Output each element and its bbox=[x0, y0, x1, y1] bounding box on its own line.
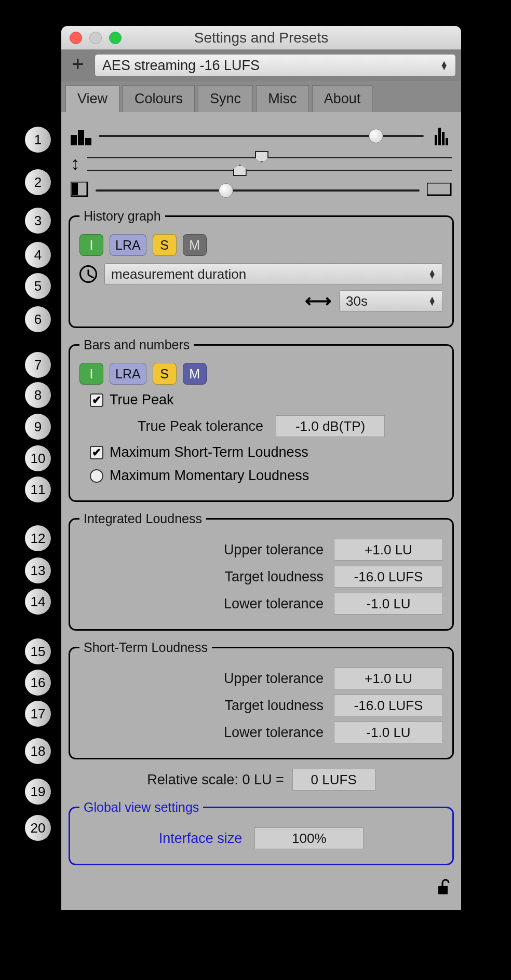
tab-colours[interactable]: Colours bbox=[123, 85, 195, 112]
true-peak-tol-label: True Peak tolerance bbox=[138, 418, 263, 434]
titlebar: Settings and Presets bbox=[61, 26, 461, 50]
tab-about[interactable]: About bbox=[312, 85, 373, 112]
interface-size-value[interactable]: 100% bbox=[254, 827, 364, 849]
annotation-badge-10: 10 bbox=[25, 445, 51, 471]
wide-bars-icon bbox=[71, 127, 91, 145]
annotation-badge-14: 14 bbox=[25, 589, 51, 615]
short-upper-label: Upper tolerance bbox=[224, 671, 324, 687]
range-select[interactable]: 30s ▲▼ bbox=[339, 290, 443, 312]
short-lower-label: Lower tolerance bbox=[224, 725, 324, 741]
annotation-badge-13: 13 bbox=[25, 557, 51, 583]
lock-row bbox=[69, 875, 454, 900]
chip-m[interactable]: M bbox=[183, 363, 207, 385]
settings-window: Settings and Presets + AES streaming -16… bbox=[61, 26, 461, 910]
integrated-upper-label: Upper tolerance bbox=[224, 542, 324, 558]
annotation-badge-3: 3 bbox=[25, 208, 51, 234]
range-select-row: ⟷ 30s ▲▼ bbox=[79, 290, 443, 312]
relative-scale-label: Relative scale: 0 LU = bbox=[147, 772, 284, 788]
integrated-loudness-group: Integrated Loudness Upper tolerance +1.0… bbox=[69, 511, 454, 631]
chip-s[interactable]: S bbox=[153, 234, 177, 256]
short-lower-row: Lower tolerance -1.0 LU bbox=[79, 722, 443, 743]
max-momentary-radio[interactable] bbox=[90, 469, 103, 483]
true-peak-tol-value[interactable]: -1.0 dB(TP) bbox=[276, 415, 385, 437]
thin-bars-icon bbox=[431, 127, 452, 145]
short-lower-value[interactable]: -1.0 LU bbox=[334, 722, 443, 743]
add-preset-button[interactable]: + bbox=[66, 54, 89, 77]
duration-select[interactable]: measurement duration ▲▼ bbox=[104, 263, 443, 285]
unlock-icon[interactable] bbox=[435, 878, 451, 900]
annotation-badge-7: 7 bbox=[25, 352, 51, 378]
history-chip-row: I LRA S M bbox=[79, 234, 443, 256]
svg-rect-9 bbox=[427, 183, 451, 195]
interface-size-row: Interface size 100% bbox=[79, 827, 443, 849]
history-graph-legend: History graph bbox=[79, 209, 165, 224]
horizontal-arrows-icon: ⟷ bbox=[305, 290, 332, 312]
short-upper-value[interactable]: +1.0 LU bbox=[334, 668, 443, 689]
annotation-badge-8: 8 bbox=[25, 382, 51, 408]
short-upper-row: Upper tolerance +1.0 LU bbox=[79, 668, 443, 689]
max-momentary-radio-row: Maximum Momentary Loudness bbox=[90, 468, 433, 484]
chip-lra[interactable]: LRA bbox=[110, 234, 146, 256]
bar-width-slider[interactable] bbox=[99, 135, 424, 137]
range-select-label: 30s bbox=[346, 293, 368, 309]
chip-s[interactable]: S bbox=[153, 363, 177, 385]
bars-numbers-legend: Bars and numbers bbox=[79, 337, 194, 352]
annotation-badge-20: 20 bbox=[25, 815, 51, 841]
range-double-slider[interactable] bbox=[87, 153, 452, 174]
true-peak-checkbox-row: ✔ True Peak bbox=[90, 392, 433, 408]
aspect-slider[interactable] bbox=[96, 189, 420, 192]
window-title: Settings and Presets bbox=[61, 30, 461, 46]
chip-i[interactable]: I bbox=[79, 363, 103, 385]
annotation-badge-9: 9 bbox=[25, 414, 51, 440]
svg-rect-5 bbox=[442, 132, 445, 145]
duration-select-label: measurement duration bbox=[111, 266, 246, 282]
chevron-up-down-icon: ▲▼ bbox=[440, 61, 448, 70]
true-peak-tolerance-row: True Peak tolerance -1.0 dB(TP) bbox=[79, 415, 443, 437]
chip-lra[interactable]: LRA bbox=[110, 363, 146, 385]
max-short-label: Maximum Short-Term Loudness bbox=[110, 444, 308, 460]
chip-m[interactable]: M bbox=[183, 234, 207, 256]
annotation-badge-6: 6 bbox=[25, 306, 51, 332]
narrow-rect-icon bbox=[71, 182, 88, 199]
svg-rect-1 bbox=[78, 130, 84, 145]
annotation-badge-18: 18 bbox=[25, 738, 51, 764]
tab-sync[interactable]: Sync bbox=[198, 85, 253, 112]
clock-icon bbox=[79, 265, 97, 283]
wide-rect-icon bbox=[427, 183, 452, 198]
integrated-upper-value[interactable]: +1.0 LU bbox=[334, 539, 443, 561]
tab-misc[interactable]: Misc bbox=[256, 85, 309, 112]
integrated-legend: Integrated Loudness bbox=[79, 511, 206, 526]
preset-selected-label: AES streaming -16 LUFS bbox=[102, 58, 260, 74]
interface-size-label: Interface size bbox=[159, 831, 243, 847]
relative-scale-value[interactable]: 0 LUFS bbox=[292, 769, 375, 791]
annotation-badge-4: 4 bbox=[25, 242, 51, 268]
integrated-target-label: Target loudness bbox=[224, 569, 324, 585]
annotation-badge-11: 11 bbox=[25, 477, 51, 502]
preset-select[interactable]: AES streaming -16 LUFS ▲▼ bbox=[95, 54, 456, 77]
tab-view[interactable]: View bbox=[65, 85, 119, 112]
true-peak-checkbox[interactable]: ✔ bbox=[90, 393, 103, 407]
short-term-legend: Short-Term Loudness bbox=[79, 640, 212, 655]
bars-numbers-group: Bars and numbers I LRA S M ✔ True Peak T… bbox=[69, 337, 454, 502]
bars-chip-row: I LRA S M bbox=[79, 363, 443, 385]
integrated-upper-row: Upper tolerance +1.0 LU bbox=[79, 539, 443, 561]
max-short-checkbox[interactable]: ✔ bbox=[90, 446, 103, 459]
tab-bar: View Colours Sync Misc About bbox=[61, 81, 461, 112]
short-target-value[interactable]: -16.0 LUFS bbox=[334, 695, 443, 716]
history-graph-group: History graph I LRA S M measurement dura… bbox=[69, 209, 454, 328]
short-term-loudness-group: Short-Term Loudness Upper tolerance +1.0… bbox=[69, 640, 454, 759]
true-peak-label: True Peak bbox=[110, 392, 174, 408]
annotation-badge-16: 16 bbox=[25, 670, 51, 696]
svg-rect-2 bbox=[85, 138, 91, 145]
svg-rect-6 bbox=[446, 138, 448, 145]
vertical-arrows-icon: ↕ bbox=[71, 153, 80, 174]
range-slider-row: ↕ bbox=[71, 153, 452, 174]
integrated-lower-label: Lower tolerance bbox=[224, 596, 324, 612]
annotation-badge-2: 2 bbox=[25, 169, 51, 195]
chip-i[interactable]: I bbox=[79, 234, 103, 256]
integrated-lower-value[interactable]: -1.0 LU bbox=[334, 593, 443, 615]
view-panel: ↕ History graph I LR bbox=[61, 112, 461, 910]
integrated-target-row: Target loudness -16.0 LUFS bbox=[79, 566, 443, 588]
integrated-target-value[interactable]: -16.0 LUFS bbox=[334, 566, 443, 588]
global-view-legend: Global view settings bbox=[79, 800, 203, 815]
